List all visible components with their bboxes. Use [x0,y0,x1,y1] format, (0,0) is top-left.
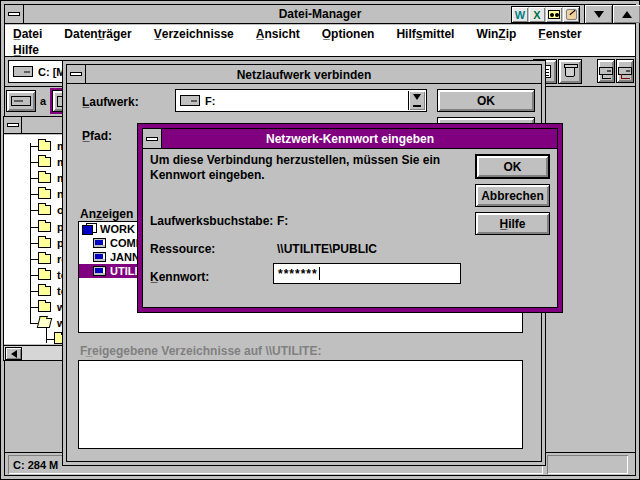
maximize-button[interactable] [612,5,640,23]
tree-branch-line [30,291,38,292]
password-masked-value: ******* [278,267,318,281]
password-cancel-button[interactable]: Abbrechen [475,184,550,207]
minimize-icon [594,11,604,23]
resource-label: Ressource: [150,242,215,256]
tree-branch-line [30,194,38,195]
password-dialog: Netzwerk-Kennwort eingeben Um diese Verb… [137,123,563,313]
password-help-button[interactable]: H̲ilfe [475,212,550,235]
folder-icon [38,238,51,248]
tree-branch-line [46,339,54,340]
shared-directories-list[interactable] [78,360,523,449]
drive-label: L̲aufwerk: [82,95,139,109]
dropdown-bar-icon [413,105,421,107]
password-dialog-title: Netzwerk-Kennwort eingeben [143,132,557,146]
folder-icon [38,254,51,264]
folder-icon [38,302,51,312]
menu-datentraeger[interactable]: Datent̲räger [64,27,131,41]
connect-dialog-title: Netzlaufwerk verbinden [67,68,541,82]
menu-bar: D̲atei Datent̲räger V̲erzeichnisse A̲nsi… [5,25,635,57]
folder-icon [38,173,51,183]
computer-icon [93,266,106,276]
drive-icon [13,66,33,77]
statusbar-drive-info: C: 284 M [13,459,58,471]
message-line2: Kennwort eingeben. [150,168,265,182]
tree-branch-line [30,210,38,211]
menu-hilfe[interactable]: H̲ilfe [13,43,39,57]
word-icon[interactable]: W [512,7,528,22]
tree-branch-line [30,243,38,244]
message-line1: Um diese Verbindung herzustellen, müssen… [150,153,440,167]
password-dialog-titlebar: Netzwerk-Kennwort eingeben [143,129,557,149]
network-connect-icon [599,67,613,75]
excel-icon[interactable]: X [529,7,545,22]
main-titlebar: Datei-Manager W X [5,5,635,24]
binoculars-icon [548,10,560,19]
trash-icon [565,66,575,77]
notes-icon[interactable] [563,7,579,22]
folder-icon [38,189,51,199]
dropdown-arrow-icon [413,94,421,104]
menu-hilfsmittel[interactable]: Hilfs̲mittel [396,27,454,41]
tree-branch-line [30,307,38,308]
path-label: P̲fad: [82,129,112,143]
folder-icon [38,286,51,296]
menu-verzeichnisse[interactable]: V̲erzeichnisse [154,27,234,41]
office-toolbar: W X [511,6,580,23]
folder-icon [38,205,51,215]
control-menu-icon [7,123,19,127]
maximize-icon [622,6,632,18]
drive-letter-label: Laufwerksbuchstabe: [150,214,273,228]
toolbar-disconnect-drive-button[interactable] [616,59,634,83]
directory-window-control-box[interactable] [4,117,22,133]
computer-icon [93,252,106,262]
tree-branch-line [30,275,38,276]
tree-branch-line [30,227,38,228]
folder-icon [38,157,51,167]
password-input[interactable]: ******* [273,263,461,284]
open-folder-icon [37,318,52,328]
toolbar-delete-button[interactable] [558,59,582,84]
password-ok-button[interactable]: OK [475,154,550,179]
folder-icon [38,141,51,151]
drive-combobox-value: F: [205,95,215,107]
connect-dialog-titlebar: Netzlaufwerk verbinden [67,65,541,84]
text-caret [319,267,320,280]
menu-optionen[interactable]: O̲ptionen [322,27,375,41]
floppy-drive-icon [11,96,31,106]
toolbar-connect-drive-button[interactable] [597,59,615,83]
resource-value: \\UTILITE\PUBLIC [277,242,377,256]
connect-ok-button[interactable]: OK [437,89,535,112]
scroll-left-button[interactable] [5,347,22,360]
password-dialog-body: Um diese Verbindung herzustellen, müssen… [143,150,557,307]
folder-icon [38,270,51,280]
folder-icon [38,222,51,232]
combobox-dropdown-button[interactable] [408,91,425,110]
tree-branch-line [30,178,38,179]
network-disconnect-icon [618,67,632,75]
menu-datei[interactable]: D̲atei [13,27,42,41]
workgroup-icon [82,223,97,235]
shared-directories-label: Fr̲eigegebene Verzeichnisse auf \\UTILIT… [80,344,321,358]
tree-branch-line [30,146,38,147]
tree-branch-line [30,259,38,260]
hand-pen-icon [566,9,577,20]
drive-icon [180,95,200,106]
menu-ansicht[interactable]: A̲nsicht [256,27,300,41]
menu-winzip[interactable]: WinZ̲ip [476,27,516,41]
computer-name: JANN [110,251,140,263]
find-file-icon[interactable] [546,7,562,22]
tree-branch-line [30,162,38,163]
drive-letter-value: F: [277,214,288,228]
drive-a-button[interactable] [6,90,36,112]
computer-name: UTILI [110,265,138,277]
menu-fenster[interactable]: F̲enster [538,27,581,41]
drive-a-label: a [40,95,46,107]
browse-label: Anz̲eigen [80,207,133,221]
scroll-left-icon [7,350,17,358]
minimize-button[interactable] [584,5,612,23]
computer-name: WORK [100,223,135,235]
statusbar-right-panel [547,455,628,474]
drive-combobox[interactable]: F: [175,89,427,112]
password-label: K̲ennwort: [150,270,209,284]
computer-icon [93,238,106,248]
